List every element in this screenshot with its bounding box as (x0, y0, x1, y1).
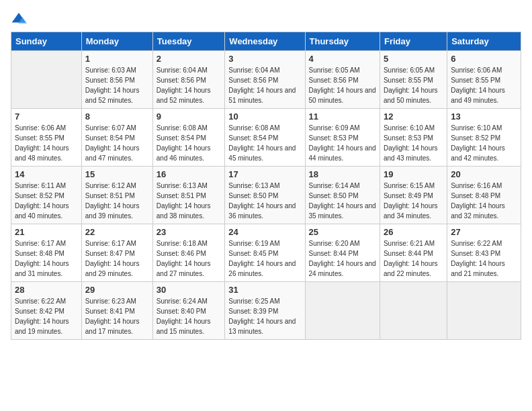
day-number: 16 (157, 169, 222, 179)
calendar-cell: 28Sunrise: 6:22 AMSunset: 8:42 PMDayligh… (11, 282, 82, 340)
week-row-4: 21Sunrise: 6:17 AMSunset: 8:48 PMDayligh… (11, 224, 521, 282)
day-number: 14 (15, 169, 78, 179)
calendar-cell: 31Sunrise: 6:25 AMSunset: 8:39 PMDayligh… (225, 282, 305, 340)
day-number: 8 (85, 111, 149, 122)
calendar-cell: 12Sunrise: 6:10 AMSunset: 8:53 PMDayligh… (380, 109, 447, 167)
day-detail: Sunrise: 6:25 AMSunset: 8:39 PMDaylight:… (228, 296, 301, 336)
day-number: 24 (228, 227, 301, 237)
day-number: 28 (15, 285, 78, 295)
day-detail: Sunrise: 6:21 AMSunset: 8:44 PMDaylight:… (384, 238, 443, 279)
calendar-cell: 24Sunrise: 6:19 AMSunset: 8:45 PMDayligh… (225, 224, 305, 282)
calendar-cell: 26Sunrise: 6:21 AMSunset: 8:44 PMDayligh… (380, 224, 447, 282)
day-detail: Sunrise: 6:04 AMSunset: 8:56 PMDaylight:… (157, 65, 222, 105)
calendar-cell: 19Sunrise: 6:15 AMSunset: 8:49 PMDayligh… (380, 167, 447, 224)
day-detail: Sunrise: 6:13 AMSunset: 8:51 PMDaylight:… (157, 181, 222, 221)
day-number: 7 (15, 111, 78, 122)
week-row-2: 7Sunrise: 6:06 AMSunset: 8:55 PMDaylight… (11, 109, 521, 167)
calendar-cell: 9Sunrise: 6:08 AMSunset: 8:54 PMDaylight… (152, 109, 225, 167)
day-detail: Sunrise: 6:22 AMSunset: 8:43 PMDaylight:… (451, 238, 517, 279)
logo-icon (11, 11, 27, 25)
day-number: 9 (157, 111, 222, 122)
day-number: 25 (309, 227, 376, 237)
day-detail: Sunrise: 6:15 AMSunset: 8:49 PMDaylight:… (384, 181, 443, 221)
calendar-cell: 2Sunrise: 6:04 AMSunset: 8:56 PMDaylight… (152, 51, 225, 109)
day-number: 27 (451, 227, 517, 237)
day-number: 12 (384, 111, 443, 122)
calendar-cell: 27Sunrise: 6:22 AMSunset: 8:43 PMDayligh… (447, 224, 521, 282)
calendar-cell: 7Sunrise: 6:06 AMSunset: 8:55 PMDaylight… (11, 109, 82, 167)
day-number: 26 (384, 227, 443, 237)
calendar-cell: 29Sunrise: 6:23 AMSunset: 8:41 PMDayligh… (81, 282, 152, 340)
day-detail: Sunrise: 6:08 AMSunset: 8:54 PMDaylight:… (157, 123, 222, 163)
calendar-cell (305, 282, 380, 340)
calendar-cell: 30Sunrise: 6:24 AMSunset: 8:40 PMDayligh… (152, 282, 225, 340)
header-cell-thursday: Thursday (305, 32, 380, 51)
header-cell-monday: Monday (81, 32, 152, 51)
day-detail: Sunrise: 6:17 AMSunset: 8:48 PMDaylight:… (15, 238, 78, 279)
logo (11, 11, 30, 25)
calendar-header: SundayMondayTuesdayWednesdayThursdayFrid… (11, 32, 521, 51)
day-detail: Sunrise: 6:19 AMSunset: 8:45 PMDaylight:… (228, 238, 301, 279)
day-detail: Sunrise: 6:14 AMSunset: 8:50 PMDaylight:… (309, 181, 376, 221)
calendar-cell (11, 51, 82, 109)
calendar-cell: 25Sunrise: 6:20 AMSunset: 8:44 PMDayligh… (305, 224, 380, 282)
day-detail: Sunrise: 6:18 AMSunset: 8:46 PMDaylight:… (157, 238, 222, 279)
header-cell-sunday: Sunday (11, 32, 82, 51)
day-number: 2 (157, 54, 222, 64)
day-detail: Sunrise: 6:05 AMSunset: 8:55 PMDaylight:… (384, 65, 443, 105)
day-number: 17 (228, 169, 301, 179)
day-detail: Sunrise: 6:10 AMSunset: 8:53 PMDaylight:… (384, 123, 443, 163)
calendar-cell (380, 282, 447, 340)
calendar-cell: 6Sunrise: 6:06 AMSunset: 8:55 PMDaylight… (447, 51, 521, 109)
day-detail: Sunrise: 6:24 AMSunset: 8:40 PMDaylight:… (157, 296, 222, 336)
calendar-cell: 5Sunrise: 6:05 AMSunset: 8:55 PMDaylight… (380, 51, 447, 109)
header-cell-tuesday: Tuesday (152, 32, 225, 51)
calendar-cell: 14Sunrise: 6:11 AMSunset: 8:52 PMDayligh… (11, 167, 82, 224)
day-number: 29 (85, 285, 149, 295)
calendar-cell: 18Sunrise: 6:14 AMSunset: 8:50 PMDayligh… (305, 167, 380, 224)
week-row-1: 1Sunrise: 6:03 AMSunset: 8:56 PMDaylight… (11, 51, 521, 109)
day-detail: Sunrise: 6:17 AMSunset: 8:47 PMDaylight:… (85, 238, 149, 279)
day-detail: Sunrise: 6:04 AMSunset: 8:56 PMDaylight:… (228, 65, 301, 105)
calendar-cell: 13Sunrise: 6:10 AMSunset: 8:52 PMDayligh… (447, 109, 521, 167)
calendar-cell: 4Sunrise: 6:05 AMSunset: 8:56 PMDaylight… (305, 51, 380, 109)
day-number: 5 (384, 54, 443, 64)
calendar-cell (447, 282, 521, 340)
calendar-cell: 8Sunrise: 6:07 AMSunset: 8:54 PMDaylight… (81, 109, 152, 167)
day-number: 18 (309, 169, 376, 179)
day-detail: Sunrise: 6:22 AMSunset: 8:42 PMDaylight:… (15, 296, 78, 336)
calendar-cell: 15Sunrise: 6:12 AMSunset: 8:51 PMDayligh… (81, 167, 152, 224)
day-detail: Sunrise: 6:05 AMSunset: 8:56 PMDaylight:… (309, 65, 376, 105)
day-number: 30 (157, 285, 222, 295)
header-row: SundayMondayTuesdayWednesdayThursdayFrid… (11, 32, 521, 51)
day-detail: Sunrise: 6:07 AMSunset: 8:54 PMDaylight:… (85, 123, 149, 163)
day-number: 21 (15, 227, 78, 237)
calendar-cell: 17Sunrise: 6:13 AMSunset: 8:50 PMDayligh… (225, 167, 305, 224)
day-detail: Sunrise: 6:11 AMSunset: 8:52 PMDaylight:… (15, 181, 78, 221)
header-cell-saturday: Saturday (447, 32, 521, 51)
day-number: 22 (85, 227, 149, 237)
day-detail: Sunrise: 6:10 AMSunset: 8:52 PMDaylight:… (451, 123, 517, 163)
calendar-cell: 10Sunrise: 6:08 AMSunset: 8:54 PMDayligh… (225, 109, 305, 167)
day-number: 1 (85, 54, 149, 64)
day-detail: Sunrise: 6:12 AMSunset: 8:51 PMDaylight:… (85, 181, 149, 221)
header-cell-wednesday: Wednesday (225, 32, 305, 51)
day-number: 6 (451, 54, 517, 64)
day-number: 31 (228, 285, 301, 295)
day-detail: Sunrise: 6:23 AMSunset: 8:41 PMDaylight:… (85, 296, 149, 336)
calendar-cell: 16Sunrise: 6:13 AMSunset: 8:51 PMDayligh… (152, 167, 225, 224)
calendar-table: SundayMondayTuesdayWednesdayThursdayFrid… (11, 32, 521, 340)
day-number: 11 (309, 111, 376, 122)
calendar-cell: 1Sunrise: 6:03 AMSunset: 8:56 PMDaylight… (81, 51, 152, 109)
day-detail: Sunrise: 6:20 AMSunset: 8:44 PMDaylight:… (309, 238, 376, 279)
day-detail: Sunrise: 6:09 AMSunset: 8:53 PMDaylight:… (309, 123, 376, 163)
week-row-3: 14Sunrise: 6:11 AMSunset: 8:52 PMDayligh… (11, 167, 521, 224)
calendar-cell: 20Sunrise: 6:16 AMSunset: 8:48 PMDayligh… (447, 167, 521, 224)
header (11, 11, 521, 25)
day-number: 13 (451, 111, 517, 122)
day-number: 20 (451, 169, 517, 179)
calendar-body: 1Sunrise: 6:03 AMSunset: 8:56 PMDaylight… (11, 51, 521, 340)
calendar-cell: 11Sunrise: 6:09 AMSunset: 8:53 PMDayligh… (305, 109, 380, 167)
day-detail: Sunrise: 6:03 AMSunset: 8:56 PMDaylight:… (85, 65, 149, 105)
calendar-cell: 22Sunrise: 6:17 AMSunset: 8:47 PMDayligh… (81, 224, 152, 282)
